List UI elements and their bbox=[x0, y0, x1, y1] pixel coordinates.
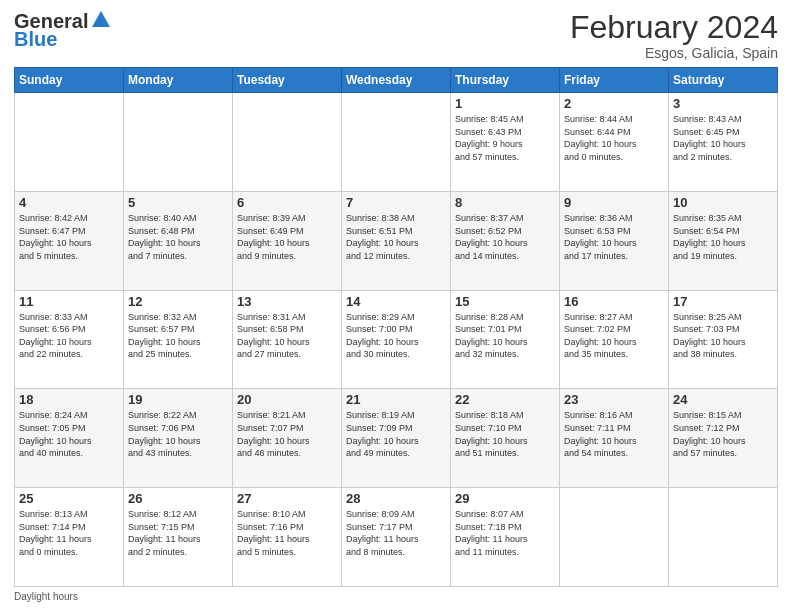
calendar-cell: 16Sunrise: 8:27 AM Sunset: 7:02 PM Dayli… bbox=[560, 290, 669, 389]
day-number: 22 bbox=[455, 392, 555, 407]
calendar-cell: 28Sunrise: 8:09 AM Sunset: 7:17 PM Dayli… bbox=[342, 488, 451, 587]
calendar-cell: 13Sunrise: 8:31 AM Sunset: 6:58 PM Dayli… bbox=[233, 290, 342, 389]
week-row-4: 18Sunrise: 8:24 AM Sunset: 7:05 PM Dayli… bbox=[15, 389, 778, 488]
day-info: Sunrise: 8:39 AM Sunset: 6:49 PM Dayligh… bbox=[237, 212, 337, 262]
weekday-header-sunday: Sunday bbox=[15, 68, 124, 93]
footer-note: Daylight hours bbox=[14, 591, 778, 602]
day-info: Sunrise: 8:09 AM Sunset: 7:17 PM Dayligh… bbox=[346, 508, 446, 558]
day-info: Sunrise: 8:37 AM Sunset: 6:52 PM Dayligh… bbox=[455, 212, 555, 262]
day-number: 16 bbox=[564, 294, 664, 309]
day-number: 21 bbox=[346, 392, 446, 407]
calendar-cell: 7Sunrise: 8:38 AM Sunset: 6:51 PM Daylig… bbox=[342, 191, 451, 290]
day-info: Sunrise: 8:10 AM Sunset: 7:16 PM Dayligh… bbox=[237, 508, 337, 558]
day-number: 9 bbox=[564, 195, 664, 210]
calendar-cell: 3Sunrise: 8:43 AM Sunset: 6:45 PM Daylig… bbox=[669, 93, 778, 192]
day-info: Sunrise: 8:45 AM Sunset: 6:43 PM Dayligh… bbox=[455, 113, 555, 163]
day-number: 26 bbox=[128, 491, 228, 506]
day-number: 28 bbox=[346, 491, 446, 506]
logo: General Blue bbox=[14, 10, 112, 50]
day-number: 11 bbox=[19, 294, 119, 309]
day-info: Sunrise: 8:32 AM Sunset: 6:57 PM Dayligh… bbox=[128, 311, 228, 361]
calendar-cell: 17Sunrise: 8:25 AM Sunset: 7:03 PM Dayli… bbox=[669, 290, 778, 389]
day-info: Sunrise: 8:42 AM Sunset: 6:47 PM Dayligh… bbox=[19, 212, 119, 262]
calendar-cell: 29Sunrise: 8:07 AM Sunset: 7:18 PM Dayli… bbox=[451, 488, 560, 587]
weekday-header-tuesday: Tuesday bbox=[233, 68, 342, 93]
day-info: Sunrise: 8:07 AM Sunset: 7:18 PM Dayligh… bbox=[455, 508, 555, 558]
day-info: Sunrise: 8:38 AM Sunset: 6:51 PM Dayligh… bbox=[346, 212, 446, 262]
day-info: Sunrise: 8:31 AM Sunset: 6:58 PM Dayligh… bbox=[237, 311, 337, 361]
day-number: 4 bbox=[19, 195, 119, 210]
day-number: 12 bbox=[128, 294, 228, 309]
day-info: Sunrise: 8:16 AM Sunset: 7:11 PM Dayligh… bbox=[564, 409, 664, 459]
day-info: Sunrise: 8:40 AM Sunset: 6:48 PM Dayligh… bbox=[128, 212, 228, 262]
day-info: Sunrise: 8:15 AM Sunset: 7:12 PM Dayligh… bbox=[673, 409, 773, 459]
day-number: 5 bbox=[128, 195, 228, 210]
day-number: 14 bbox=[346, 294, 446, 309]
day-number: 1 bbox=[455, 96, 555, 111]
calendar-cell: 22Sunrise: 8:18 AM Sunset: 7:10 PM Dayli… bbox=[451, 389, 560, 488]
calendar-cell: 12Sunrise: 8:32 AM Sunset: 6:57 PM Dayli… bbox=[124, 290, 233, 389]
day-number: 17 bbox=[673, 294, 773, 309]
day-info: Sunrise: 8:21 AM Sunset: 7:07 PM Dayligh… bbox=[237, 409, 337, 459]
calendar-cell: 1Sunrise: 8:45 AM Sunset: 6:43 PM Daylig… bbox=[451, 93, 560, 192]
svg-marker-0 bbox=[92, 11, 110, 27]
weekday-header-row: SundayMondayTuesdayWednesdayThursdayFrid… bbox=[15, 68, 778, 93]
day-number: 25 bbox=[19, 491, 119, 506]
day-info: Sunrise: 8:24 AM Sunset: 7:05 PM Dayligh… bbox=[19, 409, 119, 459]
calendar-cell bbox=[560, 488, 669, 587]
day-number: 3 bbox=[673, 96, 773, 111]
calendar-cell: 23Sunrise: 8:16 AM Sunset: 7:11 PM Dayli… bbox=[560, 389, 669, 488]
month-title: February 2024 bbox=[570, 10, 778, 45]
calendar-cell: 19Sunrise: 8:22 AM Sunset: 7:06 PM Dayli… bbox=[124, 389, 233, 488]
calendar-cell: 10Sunrise: 8:35 AM Sunset: 6:54 PM Dayli… bbox=[669, 191, 778, 290]
day-info: Sunrise: 8:28 AM Sunset: 7:01 PM Dayligh… bbox=[455, 311, 555, 361]
day-info: Sunrise: 8:29 AM Sunset: 7:00 PM Dayligh… bbox=[346, 311, 446, 361]
week-row-3: 11Sunrise: 8:33 AM Sunset: 6:56 PM Dayli… bbox=[15, 290, 778, 389]
day-number: 19 bbox=[128, 392, 228, 407]
day-info: Sunrise: 8:19 AM Sunset: 7:09 PM Dayligh… bbox=[346, 409, 446, 459]
week-row-2: 4Sunrise: 8:42 AM Sunset: 6:47 PM Daylig… bbox=[15, 191, 778, 290]
calendar-cell: 5Sunrise: 8:40 AM Sunset: 6:48 PM Daylig… bbox=[124, 191, 233, 290]
calendar-cell: 4Sunrise: 8:42 AM Sunset: 6:47 PM Daylig… bbox=[15, 191, 124, 290]
day-number: 24 bbox=[673, 392, 773, 407]
day-number: 10 bbox=[673, 195, 773, 210]
day-info: Sunrise: 8:35 AM Sunset: 6:54 PM Dayligh… bbox=[673, 212, 773, 262]
calendar-cell bbox=[15, 93, 124, 192]
calendar-cell: 21Sunrise: 8:19 AM Sunset: 7:09 PM Dayli… bbox=[342, 389, 451, 488]
day-info: Sunrise: 8:22 AM Sunset: 7:06 PM Dayligh… bbox=[128, 409, 228, 459]
day-number: 23 bbox=[564, 392, 664, 407]
day-number: 8 bbox=[455, 195, 555, 210]
header: General Blue February 2024 Esgos, Galici… bbox=[14, 10, 778, 61]
calendar-cell: 11Sunrise: 8:33 AM Sunset: 6:56 PM Dayli… bbox=[15, 290, 124, 389]
weekday-header-saturday: Saturday bbox=[669, 68, 778, 93]
calendar-cell: 8Sunrise: 8:37 AM Sunset: 6:52 PM Daylig… bbox=[451, 191, 560, 290]
calendar-cell bbox=[342, 93, 451, 192]
weekday-header-thursday: Thursday bbox=[451, 68, 560, 93]
day-number: 2 bbox=[564, 96, 664, 111]
title-block: February 2024 Esgos, Galicia, Spain bbox=[570, 10, 778, 61]
day-info: Sunrise: 8:43 AM Sunset: 6:45 PM Dayligh… bbox=[673, 113, 773, 163]
day-number: 13 bbox=[237, 294, 337, 309]
calendar-cell: 2Sunrise: 8:44 AM Sunset: 6:44 PM Daylig… bbox=[560, 93, 669, 192]
calendar-table: SundayMondayTuesdayWednesdayThursdayFrid… bbox=[14, 67, 778, 587]
day-number: 20 bbox=[237, 392, 337, 407]
calendar-cell: 24Sunrise: 8:15 AM Sunset: 7:12 PM Dayli… bbox=[669, 389, 778, 488]
weekday-header-monday: Monday bbox=[124, 68, 233, 93]
day-info: Sunrise: 8:33 AM Sunset: 6:56 PM Dayligh… bbox=[19, 311, 119, 361]
day-number: 18 bbox=[19, 392, 119, 407]
day-number: 7 bbox=[346, 195, 446, 210]
day-info: Sunrise: 8:44 AM Sunset: 6:44 PM Dayligh… bbox=[564, 113, 664, 163]
day-number: 15 bbox=[455, 294, 555, 309]
location: Esgos, Galicia, Spain bbox=[570, 45, 778, 61]
day-info: Sunrise: 8:36 AM Sunset: 6:53 PM Dayligh… bbox=[564, 212, 664, 262]
weekday-header-wednesday: Wednesday bbox=[342, 68, 451, 93]
weekday-header-friday: Friday bbox=[560, 68, 669, 93]
calendar-cell: 9Sunrise: 8:36 AM Sunset: 6:53 PM Daylig… bbox=[560, 191, 669, 290]
logo-blue: Blue bbox=[14, 28, 112, 50]
day-info: Sunrise: 8:18 AM Sunset: 7:10 PM Dayligh… bbox=[455, 409, 555, 459]
calendar-cell: 20Sunrise: 8:21 AM Sunset: 7:07 PM Dayli… bbox=[233, 389, 342, 488]
day-info: Sunrise: 8:25 AM Sunset: 7:03 PM Dayligh… bbox=[673, 311, 773, 361]
calendar-cell: 14Sunrise: 8:29 AM Sunset: 7:00 PM Dayli… bbox=[342, 290, 451, 389]
calendar-cell: 15Sunrise: 8:28 AM Sunset: 7:01 PM Dayli… bbox=[451, 290, 560, 389]
day-number: 27 bbox=[237, 491, 337, 506]
